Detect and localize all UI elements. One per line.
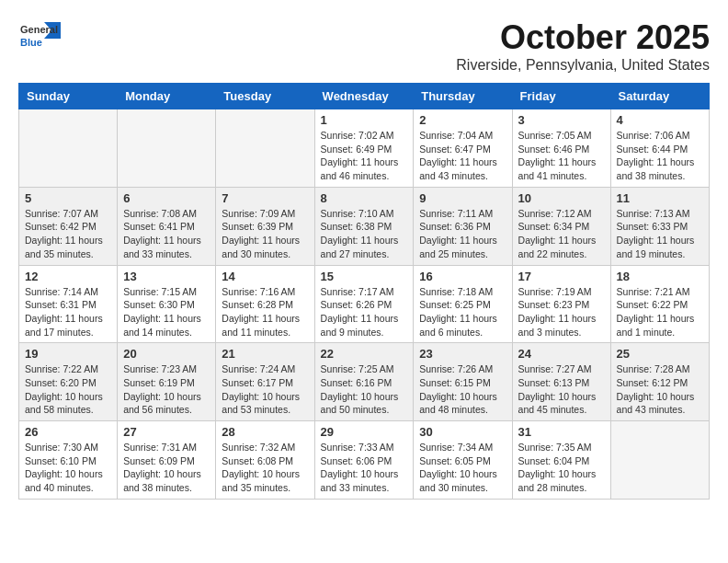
calendar-header-sunday: Sunday (19, 84, 118, 109)
calendar-table: SundayMondayTuesdayWednesdayThursdayFrid… (18, 83, 710, 500)
calendar-day-cell: 29Sunrise: 7:33 AM Sunset: 6:06 PM Dayli… (314, 421, 414, 500)
svg-text:Blue: Blue (20, 37, 42, 48)
day-info: Sunrise: 7:05 AM Sunset: 6:46 PM Dayligh… (518, 129, 605, 183)
calendar-day-cell: 19Sunrise: 7:22 AM Sunset: 6:20 PM Dayli… (19, 343, 118, 421)
day-number: 8 (321, 191, 408, 205)
day-info: Sunrise: 7:09 AM Sunset: 6:39 PM Dayligh… (222, 207, 308, 261)
day-number: 15 (321, 270, 408, 283)
day-number: 17 (518, 270, 605, 283)
calendar-day-cell: 20Sunrise: 7:23 AM Sunset: 6:19 PM Dayli… (118, 343, 216, 421)
day-number: 25 (617, 347, 703, 361)
calendar-day-cell: 25Sunrise: 7:28 AM Sunset: 6:12 PM Dayli… (610, 343, 709, 421)
svg-text:General: General (20, 24, 58, 35)
day-number: 5 (25, 191, 111, 205)
calendar-day-cell: 21Sunrise: 7:24 AM Sunset: 6:17 PM Dayli… (216, 343, 314, 421)
day-info: Sunrise: 7:34 AM Sunset: 6:05 PM Dayligh… (419, 441, 506, 495)
day-info: Sunrise: 7:11 AM Sunset: 6:36 PM Dayligh… (419, 207, 506, 261)
day-number: 3 (518, 113, 605, 127)
day-info: Sunrise: 7:35 AM Sunset: 6:04 PM Dayligh… (518, 441, 605, 495)
day-info: Sunrise: 7:19 AM Sunset: 6:23 PM Dayligh… (518, 285, 605, 339)
day-number: 29 (321, 425, 408, 439)
calendar-week-row: 19Sunrise: 7:22 AM Sunset: 6:20 PM Dayli… (19, 343, 710, 421)
day-number: 6 (123, 191, 210, 205)
day-info: Sunrise: 7:08 AM Sunset: 6:41 PM Dayligh… (123, 207, 210, 261)
page-header: General Blue October 2025 Riverside, Pen… (18, 18, 710, 74)
calendar-header-wednesday: Wednesday (314, 84, 414, 109)
day-number: 24 (518, 347, 605, 361)
day-number: 23 (419, 347, 506, 361)
day-info: Sunrise: 7:30 AM Sunset: 6:10 PM Dayligh… (25, 441, 111, 495)
day-info: Sunrise: 7:26 AM Sunset: 6:15 PM Dayligh… (419, 362, 506, 417)
month-title: October 2025 (456, 18, 710, 57)
day-info: Sunrise: 7:21 AM Sunset: 6:22 PM Dayligh… (617, 285, 703, 339)
calendar-day-cell: 13Sunrise: 7:15 AM Sunset: 6:30 PM Dayli… (118, 265, 216, 343)
day-number: 16 (419, 270, 506, 283)
day-info: Sunrise: 7:17 AM Sunset: 6:26 PM Dayligh… (321, 285, 408, 339)
location: Riverside, Pennsylvania, United States (456, 57, 710, 74)
day-info: Sunrise: 7:10 AM Sunset: 6:38 PM Dayligh… (321, 207, 408, 261)
day-info: Sunrise: 7:06 AM Sunset: 6:44 PM Dayligh… (617, 129, 703, 183)
day-number: 7 (222, 191, 308, 205)
day-info: Sunrise: 7:04 AM Sunset: 6:47 PM Dayligh… (419, 129, 506, 183)
day-number: 2 (419, 113, 506, 127)
day-info: Sunrise: 7:27 AM Sunset: 6:13 PM Dayligh… (518, 362, 605, 417)
calendar-day-cell: 2Sunrise: 7:04 AM Sunset: 6:47 PM Daylig… (414, 109, 512, 188)
calendar-day-cell: 3Sunrise: 7:05 AM Sunset: 6:46 PM Daylig… (512, 109, 610, 188)
calendar-header-tuesday: Tuesday (216, 84, 314, 109)
calendar-day-cell: 15Sunrise: 7:17 AM Sunset: 6:26 PM Dayli… (314, 265, 414, 343)
day-number: 14 (222, 270, 308, 283)
calendar-day-cell: 4Sunrise: 7:06 AM Sunset: 6:44 PM Daylig… (610, 109, 709, 188)
day-number: 4 (617, 113, 703, 127)
day-number: 12 (25, 270, 111, 283)
day-number: 31 (518, 425, 605, 439)
day-number: 26 (25, 425, 111, 439)
calendar-day-cell: 22Sunrise: 7:25 AM Sunset: 6:16 PM Dayli… (314, 343, 414, 421)
calendar-day-cell: 8Sunrise: 7:10 AM Sunset: 6:38 PM Daylig… (314, 187, 414, 265)
calendar-day-cell: 26Sunrise: 7:30 AM Sunset: 6:10 PM Dayli… (19, 421, 118, 500)
calendar-day-cell: 5Sunrise: 7:07 AM Sunset: 6:42 PM Daylig… (19, 187, 118, 265)
calendar-day-cell: 16Sunrise: 7:18 AM Sunset: 6:25 PM Dayli… (414, 265, 512, 343)
day-number: 13 (123, 270, 210, 283)
calendar-week-row: 5Sunrise: 7:07 AM Sunset: 6:42 PM Daylig… (19, 187, 710, 265)
calendar-day-cell: 10Sunrise: 7:12 AM Sunset: 6:34 PM Dayli… (512, 187, 610, 265)
day-info: Sunrise: 7:22 AM Sunset: 6:20 PM Dayligh… (25, 362, 111, 417)
calendar-day-cell: 24Sunrise: 7:27 AM Sunset: 6:13 PM Dayli… (512, 343, 610, 421)
day-number: 21 (222, 347, 308, 361)
calendar-header-row: SundayMondayTuesdayWednesdayThursdayFrid… (19, 84, 710, 109)
day-info: Sunrise: 7:18 AM Sunset: 6:25 PM Dayligh… (419, 285, 506, 339)
day-info: Sunrise: 7:32 AM Sunset: 6:08 PM Dayligh… (222, 441, 308, 495)
calendar-day-cell (118, 109, 216, 188)
calendar-day-cell (19, 109, 118, 188)
calendar-day-cell: 17Sunrise: 7:19 AM Sunset: 6:23 PM Dayli… (512, 265, 610, 343)
day-info: Sunrise: 7:28 AM Sunset: 6:12 PM Dayligh… (617, 362, 703, 417)
calendar-header-thursday: Thursday (414, 84, 512, 109)
calendar-day-cell: 23Sunrise: 7:26 AM Sunset: 6:15 PM Dayli… (414, 343, 512, 421)
day-number: 19 (25, 347, 111, 361)
calendar-day-cell: 6Sunrise: 7:08 AM Sunset: 6:41 PM Daylig… (118, 187, 216, 265)
day-info: Sunrise: 7:12 AM Sunset: 6:34 PM Dayligh… (518, 207, 605, 261)
calendar-header-friday: Friday (512, 84, 610, 109)
day-number: 18 (617, 270, 703, 283)
day-number: 30 (419, 425, 506, 439)
day-number: 9 (419, 191, 506, 205)
calendar-day-cell: 18Sunrise: 7:21 AM Sunset: 6:22 PM Dayli… (610, 265, 709, 343)
calendar-day-cell: 1Sunrise: 7:02 AM Sunset: 6:49 PM Daylig… (314, 109, 414, 188)
day-info: Sunrise: 7:23 AM Sunset: 6:19 PM Dayligh… (123, 362, 210, 417)
calendar-week-row: 12Sunrise: 7:14 AM Sunset: 6:31 PM Dayli… (19, 265, 710, 343)
day-info: Sunrise: 7:15 AM Sunset: 6:30 PM Dayligh… (123, 285, 210, 339)
day-number: 28 (222, 425, 308, 439)
calendar-day-cell: 28Sunrise: 7:32 AM Sunset: 6:08 PM Dayli… (216, 421, 314, 500)
day-number: 11 (617, 191, 703, 205)
day-info: Sunrise: 7:33 AM Sunset: 6:06 PM Dayligh… (321, 441, 408, 495)
day-number: 27 (123, 425, 210, 439)
calendar-day-cell: 14Sunrise: 7:16 AM Sunset: 6:28 PM Dayli… (216, 265, 314, 343)
calendar-week-row: 1Sunrise: 7:02 AM Sunset: 6:49 PM Daylig… (19, 109, 710, 188)
day-info: Sunrise: 7:02 AM Sunset: 6:49 PM Dayligh… (321, 129, 408, 183)
day-info: Sunrise: 7:14 AM Sunset: 6:31 PM Dayligh… (25, 285, 111, 339)
calendar-day-cell: 11Sunrise: 7:13 AM Sunset: 6:33 PM Dayli… (610, 187, 709, 265)
calendar-header-saturday: Saturday (610, 84, 709, 109)
calendar-day-cell: 31Sunrise: 7:35 AM Sunset: 6:04 PM Dayli… (512, 421, 610, 500)
calendar-week-row: 26Sunrise: 7:30 AM Sunset: 6:10 PM Dayli… (19, 421, 710, 500)
day-number: 22 (321, 347, 408, 361)
calendar-day-cell: 9Sunrise: 7:11 AM Sunset: 6:36 PM Daylig… (414, 187, 512, 265)
